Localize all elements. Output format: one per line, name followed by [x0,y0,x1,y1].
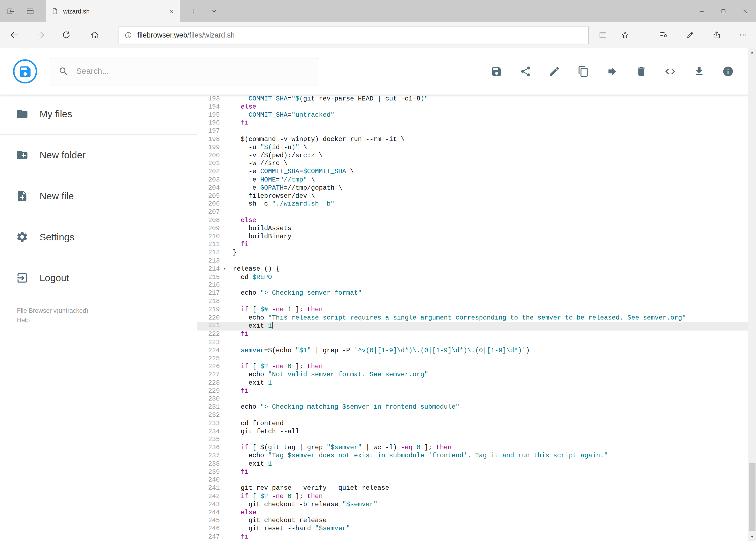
line-number[interactable]: 235 [197,436,220,444]
code-line-203[interactable]: 203 -e HOME="//tmp" \ [197,176,748,184]
code-line-193[interactable]: 193 COMMIT_SHA="$(git rev-parse HEAD | c… [197,95,748,103]
code-line-194[interactable]: 194 else [197,103,748,111]
code-line-219[interactable]: 219 if [ $# -ne 1 ]; then [197,306,748,314]
scroll-down-button[interactable]: ▼ [748,533,756,541]
line-number[interactable]: 203 [197,176,220,184]
code-line-244[interactable]: 244 else [197,509,748,517]
line-number[interactable]: 233 [197,420,220,428]
fold-arrow-icon[interactable]: ▾ [220,265,233,273]
info-button[interactable] [722,66,734,77]
code-line-242[interactable]: 242 if [ $? -ne 0 ]; then [197,493,748,501]
line-number[interactable]: 197 [197,128,220,136]
code-line-206[interactable]: 206 sh -c "./wizard.sh -b" [197,201,748,209]
code-line-216[interactable]: 216 [197,281,748,289]
scroll-up-button[interactable]: ▲ [748,48,756,56]
code-line-230[interactable]: 230 [197,395,748,403]
share-button[interactable] [520,66,531,77]
line-number[interactable]: 244 [197,509,220,517]
code-line-214[interactable]: 214▾release () { [197,265,748,273]
site-info-icon[interactable] [125,31,132,39]
refresh-icon[interactable] [62,31,71,40]
code-line-226[interactable]: 226 if [ $? -ne 0 ]; then [197,363,748,371]
code-line-229[interactable]: 229 fi [197,387,748,395]
code-line-209[interactable]: 209 buildAssets [197,225,748,233]
code-line-246[interactable]: 246 git reset --hard "$semver" [197,525,748,533]
code-line-215[interactable]: 215 cd $REPO [197,273,748,281]
code-line-223[interactable]: 223 [197,339,748,347]
line-number[interactable]: 238 [197,460,220,468]
set-tabs-aside-icon[interactable] [6,6,15,16]
hub-icon[interactable] [659,31,668,40]
line-number[interactable]: 206 [197,201,220,209]
line-number[interactable]: 198 [197,136,220,144]
sidebar-item-logout[interactable]: Logout [0,264,197,292]
save-button[interactable] [491,66,503,77]
line-number[interactable]: 245 [197,517,220,525]
line-number[interactable]: 221 [197,322,220,330]
code-line-236[interactable]: 236 if [ $(git tag | grep "$semver" | wc… [197,444,748,452]
code-line-195[interactable]: 195 COMMIT_SHA="untracked" [197,111,748,119]
code-line-196[interactable]: 196 fi [197,119,748,128]
line-number[interactable]: 194 [197,103,220,111]
line-number[interactable]: 228 [197,379,220,387]
line-number[interactable]: 218 [197,297,220,306]
new-tab-icon[interactable] [190,7,198,15]
line-number[interactable]: 196 [197,119,220,128]
line-number[interactable]: 193 [197,95,220,103]
line-number[interactable]: 216 [197,281,220,289]
line-number[interactable]: 205 [197,192,220,201]
line-number[interactable]: 234 [197,428,220,436]
code-line-241[interactable]: 241 git rev-parse --verify --quiet relea… [197,485,748,493]
line-number[interactable]: 207 [197,209,220,217]
code-line-198[interactable]: 198 $(command -v winpty) docker run --rm… [197,136,748,144]
add-favorite-icon[interactable] [621,31,630,40]
code-line-245[interactable]: 245 git checkout release [197,517,748,525]
code-line-205[interactable]: 205 filebrowser/dev \ [197,192,748,201]
code-line-221[interactable]: 221 exit 1 [197,322,748,330]
line-number[interactable]: 211 [197,241,220,249]
code-line-234[interactable]: 234 git fetch --all [197,428,748,436]
search-input[interactable] [76,67,310,76]
back-icon[interactable] [9,30,19,40]
download-button[interactable] [693,66,705,77]
line-number[interactable]: 217 [197,289,220,297]
line-number[interactable]: 220 [197,314,220,322]
line-number[interactable]: 204 [197,184,220,192]
code-line-233[interactable]: 233 cd frontend [197,420,748,428]
vertical-scrollbar[interactable]: ▲ ▼ [748,48,756,541]
code-line-243[interactable]: 243 git checkout -b release "$semver" [197,501,748,509]
rename-button[interactable] [549,66,560,77]
code-line-207[interactable]: 207 [197,209,748,217]
address-bar[interactable]: filebrowser.web/files/wizard.sh [119,26,589,44]
browser-tab[interactable]: wizard.sh [46,0,180,22]
line-number[interactable]: 240 [197,476,220,485]
code-line-197[interactable]: 197 [197,128,748,136]
line-number[interactable]: 195 [197,111,220,119]
line-number[interactable]: 229 [197,387,220,395]
code-line-201[interactable]: 201 -w //src \ [197,160,748,168]
code-line-212[interactable]: 212} [197,249,748,257]
maximize-button[interactable] [712,0,734,22]
code-line-211[interactable]: 211 fi [197,241,748,249]
code-line-232[interactable]: 232 [197,412,748,420]
delete-button[interactable] [635,66,647,77]
line-number[interactable]: 199 [197,144,220,152]
line-number[interactable]: 214 [197,265,220,273]
line-number[interactable]: 247 [197,533,220,541]
line-number[interactable]: 242 [197,493,220,501]
code-line-247[interactable]: 247 fi [197,533,748,541]
code-line-228[interactable]: 228 exit 1 [197,379,748,387]
line-number[interactable]: 230 [197,395,220,403]
sidebar-item-my-files[interactable]: My files [0,99,197,128]
code-line-238[interactable]: 238 exit 1 [197,460,748,468]
code-line-235[interactable]: 235 [197,436,748,444]
line-number[interactable]: 219 [197,306,220,314]
line-number[interactable]: 202 [197,168,220,176]
line-number[interactable]: 226 [197,363,220,371]
window-close-button[interactable] [734,0,756,22]
line-number[interactable]: 237 [197,452,220,460]
sidebar-item-settings[interactable]: Settings [0,223,197,252]
code-line-210[interactable]: 210 buildBinary [197,233,748,241]
tab-close-icon[interactable] [168,8,174,14]
line-number[interactable]: 239 [197,468,220,476]
